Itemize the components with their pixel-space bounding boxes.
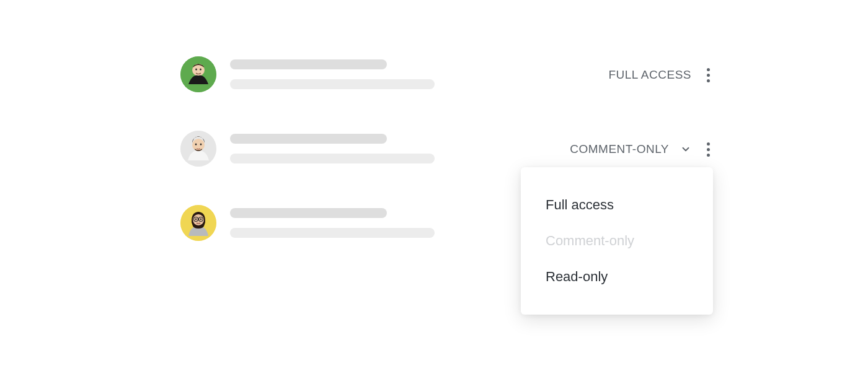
svg-point-14 xyxy=(195,219,197,220)
user-info-placeholder xyxy=(230,59,435,89)
svg-point-8 xyxy=(200,143,202,145)
more-options-icon[interactable] xyxy=(702,67,714,83)
user-info-placeholder xyxy=(230,134,435,163)
access-level-dropdown: Full access Comment-only Read-only xyxy=(521,167,713,315)
svg-point-4 xyxy=(200,68,202,70)
placeholder-line xyxy=(230,134,387,144)
dropdown-option-comment-only[interactable]: Comment-only xyxy=(521,223,713,259)
placeholder-line xyxy=(230,228,435,238)
avatar xyxy=(180,131,216,167)
user-row: FULL ACCESS xyxy=(180,56,714,93)
svg-point-7 xyxy=(195,143,197,145)
dropdown-option-full-access[interactable]: Full access xyxy=(521,187,713,223)
svg-point-3 xyxy=(195,68,197,70)
placeholder-line xyxy=(230,208,387,218)
user-info-placeholder xyxy=(230,208,435,238)
svg-point-15 xyxy=(200,219,202,220)
placeholder-line xyxy=(230,79,435,89)
chevron-down-icon[interactable] xyxy=(680,144,691,155)
access-level-label[interactable]: FULL ACCESS xyxy=(608,68,691,82)
placeholder-line xyxy=(230,154,435,163)
access-level-label[interactable]: COMMENT-ONLY xyxy=(570,142,669,156)
dropdown-option-read-only[interactable]: Read-only xyxy=(521,259,713,295)
avatar xyxy=(180,56,216,92)
avatar xyxy=(180,205,216,241)
more-options-icon[interactable] xyxy=(702,141,714,157)
user-row: COMMENT-ONLY xyxy=(180,130,714,167)
placeholder-line xyxy=(230,59,387,69)
